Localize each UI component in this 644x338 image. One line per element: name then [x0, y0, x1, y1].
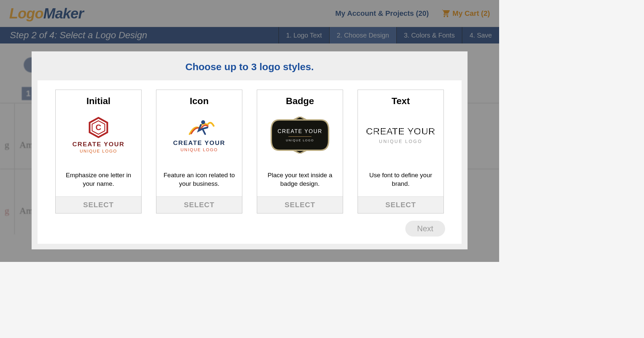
- style-card-text[interactable]: Text CREATE YOUR UNIQUE LOGO Use font to…: [358, 90, 444, 213]
- style-modal: Choose up to 3 logo styles. Initial C CR…: [32, 51, 468, 249]
- style-card-badge[interactable]: Badge CREATE YOUR UNIQUE LOGO: [257, 90, 343, 213]
- card-preview-text: CREATE YOUR UNIQUE LOGO: [358, 109, 443, 161]
- card-desc: Use font to define your brand.: [358, 161, 443, 196]
- preview-main-text: CREATE YOUR: [173, 139, 226, 147]
- card-preview-initial: C CREATE YOUR UNIQUE LOGO: [56, 109, 141, 161]
- card-title: Icon: [156, 90, 242, 109]
- preview-main-text: CREATE YOUR: [278, 128, 322, 134]
- preview-sub-text: UNIQUE LOGO: [80, 149, 117, 154]
- preview-sub-text: UNIQUE LOGO: [379, 139, 422, 144]
- card-preview-icon: CREATE YOUR UNIQUE LOGO: [156, 109, 242, 161]
- svg-marker-4: [293, 150, 307, 154]
- svg-marker-3: [293, 117, 307, 120]
- hex-letter: C: [88, 117, 109, 138]
- svg-point-2: [201, 120, 205, 124]
- preview-sub-text: UNIQUE LOGO: [180, 147, 218, 152]
- preview-sub-text: UNIQUE LOGO: [286, 139, 314, 142]
- select-button[interactable]: SELECT: [156, 196, 242, 213]
- card-desc: Emphasize one letter in your name.: [56, 161, 141, 196]
- runner-icon: [183, 118, 216, 137]
- modal-overlay: Choose up to 3 logo styles. Initial C CR…: [0, 0, 499, 262]
- hexagon-icon: C: [88, 117, 109, 138]
- badge-icon: CREATE YOUR UNIQUE LOGO: [269, 117, 331, 154]
- select-button[interactable]: SELECT: [358, 196, 443, 213]
- select-button[interactable]: SELECT: [56, 196, 141, 213]
- modal-title: Choose up to 3 logo styles.: [32, 51, 468, 80]
- card-title: Badge: [257, 90, 343, 109]
- badge-divider: [288, 136, 311, 137]
- card-preview-badge: CREATE YOUR UNIQUE LOGO: [257, 109, 343, 161]
- card-title: Initial: [56, 90, 141, 109]
- preview-main-text: CREATE YOUR: [366, 126, 436, 137]
- preview-main-text: CREATE YOUR: [72, 141, 125, 148]
- card-list: Initial C CREATE YOUR UNIQUE LOGO Emphas…: [54, 90, 445, 213]
- style-card-icon[interactable]: Icon CREATE YOUR UNIQUE LOGO: [156, 90, 242, 213]
- select-button[interactable]: SELECT: [257, 196, 343, 213]
- style-card-initial[interactable]: Initial C CREATE YOUR UNIQUE LOGO Emphas…: [55, 90, 142, 213]
- next-button[interactable]: Next: [405, 221, 445, 237]
- card-title: Text: [358, 90, 443, 109]
- card-desc: Place your text inside a badge design.: [257, 161, 343, 196]
- card-desc: Feature an icon related to your business…: [156, 161, 242, 196]
- card-area: Initial C CREATE YOUR UNIQUE LOGO Emphas…: [38, 80, 462, 244]
